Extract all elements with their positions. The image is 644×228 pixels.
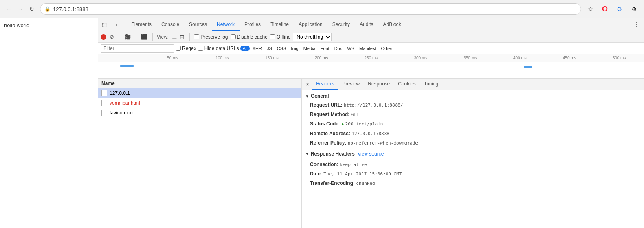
tab-adblock[interactable]: AdBlock xyxy=(378,18,406,31)
details-tabs: × Headers Preview Response Cookies Timin… xyxy=(302,79,644,90)
filter-type-js[interactable]: JS xyxy=(265,46,274,51)
date-value: Tue, 11 Apr 2017 15:06:09 GMT xyxy=(323,171,402,177)
tab-security[interactable]: Security xyxy=(327,18,355,31)
offline-checkbox[interactable] xyxy=(270,34,275,39)
name-item-2[interactable]: favicon.ico xyxy=(98,108,301,118)
disable-cache-label[interactable]: Disable cache xyxy=(231,34,268,40)
preserve-log-label[interactable]: Preserve log xyxy=(194,34,228,40)
name-item-0[interactable]: 127.0.0.1 xyxy=(98,88,301,98)
timeline-chart xyxy=(98,62,644,79)
filter-bar: Regex Hide data URLs All XHR JS CSS Img … xyxy=(98,43,644,54)
network-toolbar: ⊘ 🎥 ⬛ View: ☰ ⊞ Preserve log Disable cac… xyxy=(98,31,644,43)
filter-types: All XHR JS CSS Img Media Font Doc WS Man… xyxy=(240,46,394,51)
filter-type-ws[interactable]: WS xyxy=(345,46,356,51)
group-view-button[interactable]: ⊞ xyxy=(179,34,185,40)
tab-audits[interactable]: Audits xyxy=(355,18,378,31)
page-area: hello world ⬚ ▭ Elements Console Sources… xyxy=(0,18,644,228)
tab-sources[interactable]: Sources xyxy=(184,18,212,31)
tab-profiles[interactable]: Profiles xyxy=(240,18,266,31)
throttle-select[interactable]: No throttling xyxy=(293,33,332,41)
list-view-button[interactable]: ☰ xyxy=(171,34,178,40)
clear-button[interactable]: ⊘ xyxy=(109,34,115,40)
date-label: Date: xyxy=(310,171,322,177)
devtools-more-button[interactable]: ⋮ xyxy=(631,20,642,29)
tab-timeline[interactable]: Timeline xyxy=(266,18,294,31)
view-source-link[interactable]: view source xyxy=(358,151,384,157)
forward-button[interactable]: → xyxy=(15,4,25,14)
request-method-label: Request Method: xyxy=(310,112,349,117)
disable-cache-checkbox[interactable] xyxy=(231,34,236,39)
filter-type-doc[interactable]: Doc xyxy=(332,46,345,51)
detail-row-transfer-encoding: Transfer-Encoding: chunked xyxy=(302,179,644,188)
browser-chrome: ← → ↻ 🔒 127.0.0.1:8888 ☆ O ⟳ ⊕ xyxy=(0,0,644,18)
tab-console[interactable]: Console xyxy=(156,18,184,31)
star-button[interactable]: ☆ xyxy=(585,3,596,15)
status-code-label: Status Code: xyxy=(310,121,340,127)
devtools-topbar: ⬚ ▭ Elements Console Sources Network Pro… xyxy=(98,18,644,31)
tick-2: 100 ms xyxy=(198,56,247,60)
detail-tab-cookies[interactable]: Cookies xyxy=(394,79,420,90)
regex-checkbox[interactable] xyxy=(176,46,181,51)
tick-9: 450 ms xyxy=(545,56,594,60)
device-mode-icon[interactable]: ▭ xyxy=(110,20,119,29)
name-item-1[interactable]: vomnibar.html xyxy=(98,98,301,108)
browser-actions: ☆ O ⟳ ⊕ xyxy=(585,3,640,15)
url-text: 127.0.0.1:8888 xyxy=(53,6,88,12)
filter-type-other[interactable]: Other xyxy=(379,46,395,51)
regex-label[interactable]: Regex xyxy=(176,46,196,51)
filter-type-css[interactable]: CSS xyxy=(275,46,288,51)
devtools-icons: ⬚ ▭ xyxy=(100,20,119,29)
detail-tab-response[interactable]: Response xyxy=(364,79,394,90)
referrer-policy-value: no-referrer-when-downgrade xyxy=(348,140,418,146)
transfer-encoding-label: Transfer-Encoding: xyxy=(310,180,355,186)
address-bar[interactable]: 🔒 127.0.0.1:8888 xyxy=(40,3,581,15)
details-panel: × Headers Preview Response Cookies Timin… xyxy=(302,79,644,228)
hide-data-urls-checkbox[interactable] xyxy=(198,46,203,51)
tab-network[interactable]: Network xyxy=(212,18,240,31)
refresh-button[interactable]: ↻ xyxy=(27,4,37,14)
sync-button[interactable]: ⟳ xyxy=(614,3,625,15)
tick-3: 150 ms xyxy=(247,56,297,60)
view-buttons: ☰ ⊞ xyxy=(171,34,185,40)
detail-row-connection: Connection: keep-alive xyxy=(302,160,644,169)
filter-input[interactable] xyxy=(101,44,174,53)
request-method-value: GET xyxy=(351,112,359,117)
filter-funnel-button[interactable]: ⬛ xyxy=(140,34,148,40)
request-url-label: Request URL: xyxy=(310,102,342,108)
tab-application[interactable]: Application xyxy=(294,18,327,31)
detail-row-request-url: Request URL: http://127.0.0.1:8888/ xyxy=(302,101,644,110)
filter-type-manifest[interactable]: Manifest xyxy=(357,46,378,51)
timeline-bar-2 xyxy=(524,66,532,68)
detail-tab-timing[interactable]: Timing xyxy=(420,79,443,90)
details-close-button[interactable]: × xyxy=(303,81,312,88)
detail-tab-headers[interactable]: Headers xyxy=(312,79,338,90)
general-section-header[interactable]: General xyxy=(302,92,644,101)
file-icon-0 xyxy=(101,90,107,96)
name-item-label-0: 127.0.0.1 xyxy=(110,90,130,96)
hide-data-urls-label[interactable]: Hide data URLs xyxy=(198,46,239,51)
tab-elements[interactable]: Elements xyxy=(126,18,156,31)
filter-type-all[interactable]: All xyxy=(240,46,249,51)
response-headers-section-header[interactable]: Response Headers xyxy=(305,149,355,158)
timeline-ruler: 50 ms 100 ms 150 ms 200 ms 250 ms 300 ms… xyxy=(98,54,644,62)
offline-label[interactable]: Offline xyxy=(270,34,290,40)
tick-4: 200 ms xyxy=(297,56,346,60)
extensions-button[interactable]: ⊕ xyxy=(629,3,640,15)
record-button[interactable] xyxy=(101,34,106,40)
preserve-log-checkbox[interactable] xyxy=(194,34,199,39)
detail-tab-preview[interactable]: Preview xyxy=(338,79,364,90)
tick-7: 350 ms xyxy=(446,56,495,60)
page-content: hello world xyxy=(0,18,98,228)
opera-button[interactable]: O xyxy=(599,3,611,15)
filter-type-img[interactable]: Img xyxy=(289,46,300,51)
camera-button[interactable]: 🎥 xyxy=(123,34,132,40)
filter-type-media[interactable]: Media xyxy=(301,46,318,51)
back-button[interactable]: ← xyxy=(4,4,14,14)
nav-buttons: ← → ↻ xyxy=(4,4,37,14)
filter-type-font[interactable]: Font xyxy=(319,46,332,51)
file-icon-1 xyxy=(101,100,107,106)
status-code-value: 200 text/plain xyxy=(345,121,383,127)
connection-label: Connection: xyxy=(310,162,338,167)
select-element-icon[interactable]: ⬚ xyxy=(100,20,109,29)
filter-type-xhr[interactable]: XHR xyxy=(251,46,264,51)
